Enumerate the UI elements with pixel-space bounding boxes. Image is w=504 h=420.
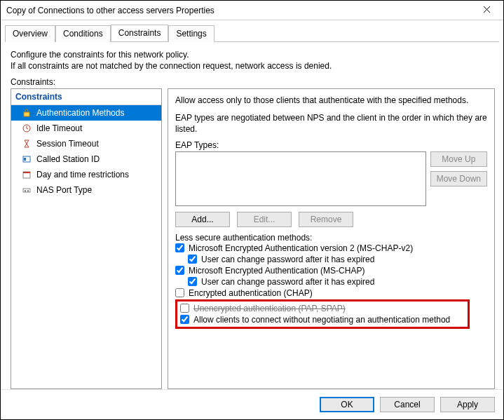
- sidebar-item-label: Idle Timeout: [36, 123, 82, 133]
- eap-types-label: EAP Types:: [175, 140, 487, 150]
- checkbox-chap[interactable]: Encrypted authentication (CHAP): [175, 287, 487, 299]
- less-secure-label: Less secure authentication methods:: [175, 233, 487, 243]
- settings-panel: Allow access only to those clients that …: [168, 88, 495, 389]
- checkbox-label: Microsoft Encrypted Authentication versi…: [189, 243, 413, 253]
- port-icon: [21, 184, 32, 196]
- constraints-sidebar: Constraints Authentication Methods Idle …: [11, 88, 162, 389]
- checkbox-input[interactable]: [180, 315, 189, 324]
- checkbox-label: Encrypted authentication (CHAP): [189, 288, 313, 298]
- less-secure-methods: Less secure authentication methods: Micr…: [175, 233, 487, 329]
- svg-rect-7: [25, 190, 26, 192]
- checkbox-input[interactable]: [175, 288, 184, 297]
- sidebar-item-label: Authentication Methods: [36, 108, 124, 118]
- tab-overview-label: Overview: [13, 29, 48, 39]
- checkbox-input[interactable]: [175, 243, 184, 252]
- sidebar-item-idle-timeout[interactable]: Idle Timeout: [11, 121, 161, 136]
- checkbox-input[interactable]: [180, 304, 189, 313]
- constraints-label: Constraints:: [1, 74, 503, 88]
- tab-constraints-label: Constraints: [118, 28, 161, 38]
- panel-intro: Allow access only to those clients that …: [175, 95, 487, 106]
- svg-rect-5: [23, 172, 30, 173]
- svg-rect-6: [23, 189, 30, 192]
- tab-conditions[interactable]: Conditions: [55, 25, 111, 42]
- id-icon: [21, 154, 32, 165]
- close-icon: [483, 6, 491, 15]
- properties-window: Copy of Connections to other access serv…: [0, 0, 504, 420]
- apply-button[interactable]: Apply: [440, 397, 495, 412]
- body: Constraints Authentication Methods Idle …: [1, 88, 503, 389]
- titlebar: Copy of Connections to other access serv…: [1, 1, 503, 20]
- remove-button[interactable]: Remove: [299, 212, 353, 227]
- lock-icon: [21, 107, 32, 118]
- checkbox-input[interactable]: [175, 266, 184, 275]
- sidebar-heading: Constraints: [11, 89, 161, 105]
- highlight-box: Unencrypted authentication (PAP, SPAP) A…: [175, 299, 470, 329]
- checkbox-label: Microsoft Encrypted Authentication (MS-C…: [189, 266, 365, 276]
- checkbox-label: User can change password after it has ex…: [201, 277, 374, 287]
- sidebar-item-label: Called Station ID: [36, 154, 100, 164]
- sidebar-item-session-timeout[interactable]: Session Timeout: [11, 136, 161, 151]
- tab-constraints[interactable]: Constraints: [111, 25, 169, 41]
- checkbox-mschapv2-pwchange[interactable]: User can change password after it has ex…: [175, 254, 487, 265]
- sidebar-item-label: Day and time restrictions: [36, 170, 129, 179]
- checkbox-label: User can change password after it has ex…: [201, 255, 374, 264]
- clock-icon: [21, 123, 32, 134]
- checkbox-allow-no-auth[interactable]: Allow clients to connect without negotia…: [180, 314, 465, 325]
- move-up-button[interactable]: Move Up: [430, 151, 487, 167]
- svg-rect-0: [24, 112, 29, 116]
- eap-types-list[interactable]: [175, 151, 426, 206]
- policy-description: Configure the constraints for this netwo…: [1, 42, 503, 74]
- svg-rect-3: [24, 158, 26, 161]
- calendar-icon: [21, 169, 32, 180]
- add-button[interactable]: Add...: [175, 212, 230, 227]
- cancel-button[interactable]: Cancel: [380, 397, 435, 412]
- sidebar-item-label: Session Timeout: [36, 139, 99, 149]
- checkbox-mschap[interactable]: Microsoft Encrypted Authentication (MS-C…: [175, 265, 487, 276]
- checkbox-input[interactable]: [188, 277, 197, 286]
- checkbox-mschap-pwchange[interactable]: User can change password after it has ex…: [175, 276, 487, 287]
- sidebar-item-day-time-restrictions[interactable]: Day and time restrictions: [11, 167, 161, 182]
- checkbox-pap[interactable]: Unencrypted authentication (PAP, SPAP): [180, 303, 465, 314]
- policy-description-line2: If all constraints are not matched by th…: [11, 60, 493, 72]
- svg-rect-8: [27, 190, 29, 192]
- tab-strip: Overview Conditions Constraints Settings: [1, 20, 503, 41]
- ok-button[interactable]: OK: [320, 397, 374, 412]
- policy-description-line1: Configure the constraints for this netwo…: [11, 49, 493, 60]
- checkbox-mschapv2[interactable]: Microsoft Encrypted Authentication versi…: [175, 243, 487, 254]
- close-button[interactable]: [472, 2, 500, 19]
- sidebar-item-called-station-id[interactable]: Called Station ID: [11, 151, 161, 167]
- tab-conditions-label: Conditions: [63, 29, 103, 39]
- tab-settings-label: Settings: [176, 29, 206, 39]
- dialog-footer: OK Cancel Apply: [1, 389, 503, 419]
- edit-button[interactable]: Edit...: [237, 212, 292, 227]
- sidebar-item-nas-port-type[interactable]: NAS Port Type: [11, 182, 161, 198]
- tab-settings[interactable]: Settings: [168, 25, 214, 42]
- checkbox-label: Unencrypted authentication (PAP, SPAP): [193, 304, 346, 313]
- tab-overview[interactable]: Overview: [5, 25, 55, 42]
- checkbox-label: Allow clients to connect without negotia…: [193, 315, 450, 325]
- window-title: Copy of Connections to other access serv…: [6, 6, 472, 15]
- sidebar-item-authentication-methods[interactable]: Authentication Methods: [11, 105, 161, 121]
- eap-note: EAP types are negotiated between NPS and…: [175, 112, 487, 135]
- hourglass-icon: [21, 138, 32, 149]
- sidebar-item-label: NAS Port Type: [36, 185, 92, 195]
- checkbox-input[interactable]: [188, 255, 197, 264]
- move-down-button[interactable]: Move Down: [430, 171, 487, 187]
